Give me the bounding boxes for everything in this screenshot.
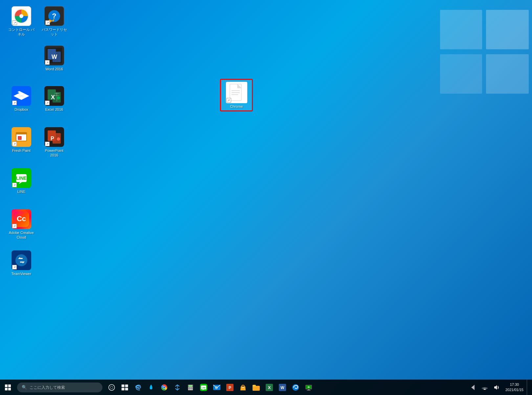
taskbar-ppt-icon[interactable]: P xyxy=(223,380,236,395)
tray-volume[interactable] xyxy=(491,380,502,395)
taskbar-chrome-icon[interactable] xyxy=(158,380,171,395)
svg-rect-3 xyxy=(440,54,482,94)
desktop-icon-ppt[interactable]: P ↗ PowerPoint 2016 xyxy=(39,126,69,159)
svg-marker-95 xyxy=(494,385,497,390)
excel-label: Excel 2016 xyxy=(45,107,63,112)
clock-date: 2021/01/15 xyxy=(505,387,523,392)
svg-point-27 xyxy=(57,96,60,100)
dropbox-label: Dropbox xyxy=(14,107,28,112)
taskbar-store-icon[interactable] xyxy=(236,380,250,395)
desktop-icon-control-panel[interactable]: ↗ コントロール パネル xyxy=(7,5,36,38)
svg-rect-31 xyxy=(18,136,21,140)
shortcut-arrow: ↗ xyxy=(12,265,17,269)
svg-text:LINE: LINE xyxy=(16,175,27,181)
svg-point-54 xyxy=(109,384,115,390)
svg-rect-58 xyxy=(122,388,124,390)
taskbar-task-view-button[interactable] xyxy=(118,380,131,395)
svg-rect-59 xyxy=(125,388,128,390)
line-label: LINE xyxy=(17,189,25,194)
system-clock[interactable]: 17:30 2021/01/15 xyxy=(503,380,526,395)
svg-rect-71 xyxy=(191,389,192,390)
fresh-paint-label: Fresh Paint xyxy=(12,148,31,153)
chrome-icon: ↗ xyxy=(226,82,247,103)
shortcut-arrow: ↗ xyxy=(12,224,17,228)
svg-point-55 xyxy=(110,386,113,389)
svg-rect-65 xyxy=(188,385,192,387)
svg-rect-52 xyxy=(5,388,8,390)
taskbar-calculator-icon[interactable] xyxy=(184,380,197,395)
tray-network[interactable] xyxy=(479,380,490,395)
shortcut-arrow: ↗ xyxy=(45,60,50,65)
desktop-icon-teamviewer[interactable]: ↗ TeamViewer xyxy=(7,249,36,277)
taskbar-cortana-button[interactable] xyxy=(105,380,118,395)
svg-text:P: P xyxy=(51,136,54,141)
taskbar-remote-icon[interactable] xyxy=(302,380,315,395)
desktop-icon-word[interactable]: W ↗ Word 2016 xyxy=(39,44,69,73)
shortcut-arrow: ↗ xyxy=(45,101,50,105)
svg-rect-66 xyxy=(188,387,189,388)
svg-text:P: P xyxy=(229,385,231,390)
desktop-icon-password-reset[interactable]: ? ↗ パスワードリセット xyxy=(39,5,69,38)
tray-show-hidden[interactable] xyxy=(467,380,478,395)
desktop-icon-fresh-paint[interactable]: ↗ Fresh Paint xyxy=(7,126,36,154)
taskbar-search-bar[interactable]: 🔍 xyxy=(17,383,102,392)
clock-time: 17:30 xyxy=(510,382,519,387)
svg-rect-80 xyxy=(242,387,244,388)
taskbar-word-icon[interactable]: W xyxy=(276,380,289,395)
svg-rect-70 xyxy=(190,389,191,390)
line-icon: LINE ↗ xyxy=(11,168,31,188)
svg-rect-2 xyxy=(440,10,482,49)
svg-rect-51 xyxy=(8,384,11,387)
svg-rect-67 xyxy=(190,387,191,388)
taskbar-ftp-icon[interactable] xyxy=(171,380,184,395)
svg-rect-30 xyxy=(16,132,27,134)
svg-text:W: W xyxy=(280,385,284,390)
svg-rect-68 xyxy=(191,387,192,388)
taskbar-edge-icon[interactable] xyxy=(131,380,144,395)
search-input[interactable] xyxy=(30,385,95,390)
taskbar: 🔍 xyxy=(0,380,532,395)
svg-rect-10 xyxy=(51,20,54,21)
taskbar-pinned-icons: LINE O P xyxy=(105,380,315,395)
password-reset-label: パスワードリセット xyxy=(41,27,68,37)
svg-text:LINE: LINE xyxy=(202,386,206,388)
svg-rect-83 xyxy=(253,386,259,390)
start-button[interactable] xyxy=(0,380,16,395)
tray-show-desktop[interactable] xyxy=(527,380,529,395)
svg-text:O: O xyxy=(215,386,218,390)
svg-text:W: W xyxy=(52,54,57,60)
shortcut-arrow: ↗ xyxy=(12,20,17,25)
svg-text:Cc: Cc xyxy=(17,215,26,223)
svg-rect-11 xyxy=(53,19,54,20)
word-label: Word 2016 xyxy=(45,67,63,71)
desktop-icon-line[interactable]: LINE ↗ LINE xyxy=(7,167,36,195)
desktop-icon-excel[interactable]: X ↗ Excel 2016 xyxy=(39,85,69,113)
taskbar-outlook-icon[interactable]: O xyxy=(210,380,223,395)
adobe-cc-icon: Cc ↗ xyxy=(11,209,31,229)
ppt-icon: P ↗ xyxy=(44,127,64,147)
svg-text:X: X xyxy=(51,94,55,101)
taskbar-edge2-icon[interactable] xyxy=(289,380,302,395)
svg-rect-92 xyxy=(307,390,311,391)
control-panel-label: コントロール パネル xyxy=(8,27,35,37)
taskbar-excel-icon[interactable]: X xyxy=(263,380,276,395)
teamviewer-icon: ↗ xyxy=(11,250,31,270)
taskbar-paint-icon[interactable] xyxy=(144,380,158,395)
desktop-icon-adobe-cc[interactable]: Cc ↗ Adobe Creative Cloud xyxy=(7,208,36,241)
shortcut-arrow: ↗ xyxy=(12,183,17,187)
teamviewer-label: TeamViewer xyxy=(11,271,31,276)
shortcut-arrow: ↗ xyxy=(12,142,17,146)
ppt-label: PowerPoint 2016 xyxy=(41,148,68,158)
desktop-icon-dropbox[interactable]: ↗ Dropbox xyxy=(7,85,36,113)
windows-logo-watermark xyxy=(440,0,532,191)
svg-rect-50 xyxy=(5,384,8,387)
svg-rect-69 xyxy=(188,389,189,390)
password-reset-icon: ? ↗ xyxy=(44,6,64,26)
taskbar-line-icon[interactable]: LINE xyxy=(197,380,210,395)
shortcut-arrow: ↗ xyxy=(45,20,50,25)
chrome-label: Chrome xyxy=(230,105,243,108)
svg-point-5 xyxy=(19,14,23,18)
desktop-icon-chrome-highlighted[interactable]: ↗ Chrome xyxy=(220,79,253,111)
control-panel-icon: ↗ xyxy=(11,6,31,26)
taskbar-explorer-icon[interactable] xyxy=(250,380,263,395)
